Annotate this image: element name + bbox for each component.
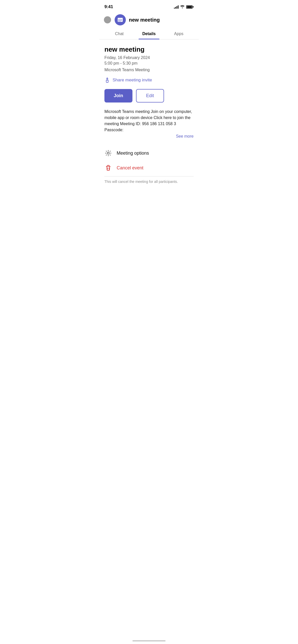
share-meeting-invite-button[interactable]: Share meeting invite [104, 77, 194, 83]
status-time: 9:41 [104, 4, 113, 9]
meeting-time: 5:00 pm - 5:30 pm [104, 61, 194, 66]
svg-rect-2 [118, 18, 123, 19]
tabs: Chat Details Apps [99, 28, 199, 39]
status-bar: 9:41 [99, 0, 199, 12]
svg-rect-4 [120, 20, 120, 20]
share-invite-label: Share meeting invite [113, 78, 152, 83]
meeting-options-row[interactable]: Meeting options [104, 146, 194, 160]
gear-icon [104, 149, 112, 157]
svg-point-0 [106, 18, 109, 22]
divider [104, 176, 194, 177]
header-meeting-name: new meeting [129, 17, 160, 23]
battery-icon [186, 5, 194, 9]
tab-details[interactable]: Details [134, 28, 164, 39]
svg-rect-7 [120, 21, 120, 21]
meeting-avatar [115, 14, 126, 25]
meeting-title: new meeting [104, 46, 194, 53]
action-buttons: Join Edit [104, 89, 194, 103]
svg-point-9 [107, 152, 109, 154]
cancel-event-label: Cancel event [117, 165, 143, 171]
meeting-options-label: Meeting options [117, 151, 149, 156]
share-icon [104, 77, 110, 83]
tab-apps[interactable]: Apps [164, 28, 194, 39]
tab-chat[interactable]: Chat [104, 28, 134, 39]
back-button[interactable] [103, 16, 112, 24]
see-more-link[interactable]: See more [104, 134, 194, 139]
edit-button[interactable]: Edit [136, 89, 164, 103]
meeting-type: Microsoft Teams Meeting [104, 68, 194, 72]
join-button[interactable]: Join [104, 89, 132, 103]
cancel-note: This will cancel the meeting for all par… [104, 178, 194, 184]
status-icons [174, 5, 194, 9]
meeting-description: Microsoft Teams meeting Join on your com… [104, 109, 194, 133]
content-area: new meeting Friday, 16 February 2024 5:0… [99, 39, 199, 189]
meeting-date: Friday, 16 February 2024 [104, 55, 194, 60]
wifi-icon [180, 5, 185, 9]
svg-rect-5 [121, 20, 122, 20]
signal-icon [174, 5, 179, 9]
back-circle-icon [104, 16, 111, 23]
header: new meeting [99, 12, 199, 28]
cancel-event-row[interactable]: Cancel event [104, 160, 194, 175]
svg-rect-6 [118, 21, 119, 21]
svg-rect-3 [118, 20, 119, 20]
trash-icon [104, 164, 112, 172]
